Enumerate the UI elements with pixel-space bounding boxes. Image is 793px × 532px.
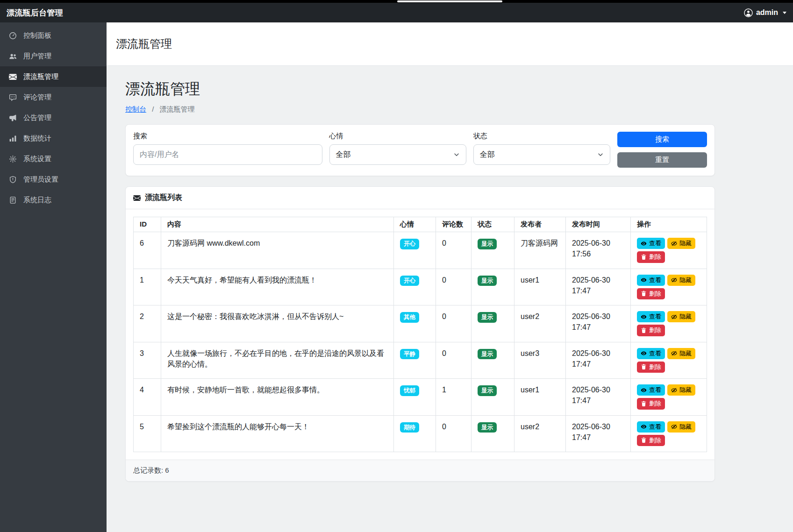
column-header: 内容 xyxy=(161,217,394,232)
delete-button[interactable]: 删除 xyxy=(637,325,665,336)
cell-id: 2 xyxy=(134,305,161,342)
view-button[interactable]: 查看 xyxy=(637,348,665,359)
user-menu[interactable]: admin xyxy=(744,8,786,17)
hide-button[interactable]: 隐藏 xyxy=(667,384,695,396)
action-label: 删除 xyxy=(649,400,661,407)
search-label: 搜索 xyxy=(133,132,322,141)
cell-id: 3 xyxy=(134,342,161,379)
sidebar-item-label: 管理员设置 xyxy=(23,175,58,184)
column-header: 评论数 xyxy=(436,217,472,232)
breadcrumb-link-console[interactable]: 控制台 xyxy=(125,105,146,113)
chevron-down-icon xyxy=(453,151,460,158)
action-label: 查看 xyxy=(649,240,661,247)
row-actions: 查看隐藏删除 xyxy=(637,348,700,373)
row-actions: 查看隐藏删除 xyxy=(637,275,700,300)
bottle-table: ID内容心情评论数状态发布者发布时间操作 6刀客源码网 www.dkewl.co… xyxy=(133,217,707,452)
hide-button[interactable]: 隐藏 xyxy=(667,275,695,286)
mood-select-value: 全部 xyxy=(336,150,351,160)
cell-comments: 0 xyxy=(436,232,472,269)
column-header: 心情 xyxy=(394,217,436,232)
hide-button[interactable]: 隐藏 xyxy=(667,421,695,433)
cell-mood: 平静 xyxy=(394,342,436,379)
status-badge: 显示 xyxy=(478,276,497,286)
cell-actions: 查看隐藏删除 xyxy=(631,305,707,342)
sidebar-item-users[interactable]: 用户管理 xyxy=(0,46,107,66)
hide-button[interactable]: 隐藏 xyxy=(667,348,695,359)
search-button[interactable]: 搜索 xyxy=(617,132,707,147)
sidebar-item-envelope[interactable]: 漂流瓶管理 xyxy=(0,66,107,87)
sidebar-item-chart[interactable]: 数据统计 xyxy=(0,128,107,149)
delete-button[interactable]: 删除 xyxy=(637,435,665,446)
status-select-value: 全部 xyxy=(480,150,495,160)
delete-button[interactable]: 删除 xyxy=(637,288,665,299)
sidebar-item-label: 控制面板 xyxy=(23,31,51,40)
mood-select[interactable]: 全部 xyxy=(329,144,466,165)
search-input[interactable] xyxy=(133,144,322,165)
mood-field: 心情 全部 xyxy=(329,132,466,165)
caret-down-icon xyxy=(783,12,786,14)
status-badge: 显示 xyxy=(478,312,497,323)
eye-slash-icon xyxy=(671,424,677,430)
view-button[interactable]: 查看 xyxy=(637,384,665,396)
mood-badge: 忧郁 xyxy=(400,385,419,396)
hide-button[interactable]: 隐藏 xyxy=(667,238,695,249)
sidebar-item-gear[interactable]: 系统设置 xyxy=(0,149,107,169)
status-select[interactable]: 全部 xyxy=(473,144,610,165)
cell-actions: 查看隐藏删除 xyxy=(631,269,707,305)
top-navbar: 漂流瓶后台管理 admin xyxy=(0,3,793,22)
eye-icon xyxy=(641,350,647,356)
sidebar-item-shield[interactable]: 管理员设置 xyxy=(0,169,107,190)
column-header: 发布者 xyxy=(514,217,566,232)
column-header: 状态 xyxy=(472,217,514,232)
sidebar-item-journal[interactable]: 系统日志 xyxy=(0,190,107,210)
list-card-body: ID内容心情评论数状态发布者发布时间操作 6刀客源码网 www.dkewl.co… xyxy=(126,209,714,460)
cell-publisher: user2 xyxy=(514,305,566,342)
status-badge: 显示 xyxy=(478,422,497,433)
hide-button[interactable]: 隐藏 xyxy=(667,311,695,322)
delete-button[interactable]: 删除 xyxy=(637,362,665,373)
person-circle-icon xyxy=(744,8,753,17)
cell-time: 2025-06-30 17:47 xyxy=(566,269,631,305)
sidebar-item-label: 公告管理 xyxy=(23,113,51,122)
view-button[interactable]: 查看 xyxy=(637,238,665,249)
table-header-row: ID内容心情评论数状态发布者发布时间操作 xyxy=(134,217,707,232)
gear-icon xyxy=(9,155,17,163)
view-button[interactable]: 查看 xyxy=(637,275,665,286)
cell-time: 2025-06-30 17:56 xyxy=(566,232,631,269)
list-card-title: 漂流瓶列表 xyxy=(145,193,182,203)
column-header: ID xyxy=(134,217,161,232)
reset-button[interactable]: 重置 xyxy=(617,152,707,168)
delete-button[interactable]: 删除 xyxy=(637,251,665,262)
view-button[interactable]: 查看 xyxy=(637,311,665,322)
cell-actions: 查看隐藏删除 xyxy=(631,379,707,416)
sidebar-item-megaphone[interactable]: 公告管理 xyxy=(0,107,107,128)
mood-badge: 其他 xyxy=(400,312,419,323)
trash-icon xyxy=(641,291,647,297)
view-button[interactable]: 查看 xyxy=(637,421,665,433)
user-name: admin xyxy=(756,8,778,17)
sidebar-item-comment[interactable]: 评论管理 xyxy=(0,87,107,107)
total-records: 总记录数: 6 xyxy=(133,466,169,474)
list-card: 漂流瓶列表 ID内容心情评论数状态发布者发布时间操作 6刀客源码网 www.dk… xyxy=(125,186,715,482)
sidebar-item-label: 评论管理 xyxy=(23,93,51,102)
eye-slash-icon xyxy=(671,277,677,283)
main-content: 漂流瓶管理 漂流瓶管理 控制台 / 漂流瓶管理 搜索 心情 xyxy=(107,22,793,532)
action-label: 隐藏 xyxy=(679,350,692,357)
status-field: 状态 全部 xyxy=(473,132,610,165)
cell-time: 2025-06-30 17:47 xyxy=(566,342,631,379)
list-card-header: 漂流瓶列表 xyxy=(126,187,714,209)
cell-content: 刀客源码网 www.dkewl.com xyxy=(161,232,394,269)
cell-mood: 开心 xyxy=(394,269,436,305)
cell-content: 今天天气真好，希望能有人看到我的漂流瓶！ xyxy=(161,269,394,305)
cell-content: 这是一个秘密：我很喜欢吃冰淇淋，但从不告诉别人~ xyxy=(161,305,394,342)
cell-mood: 开心 xyxy=(394,232,436,269)
cell-content: 人生就像一场旅行，不必在乎目的地，在乎的是沿途的风景以及看风景的心情。 xyxy=(161,342,394,379)
sidebar-item-dashboard[interactable]: 控制面板 xyxy=(0,25,107,46)
row-actions: 查看隐藏删除 xyxy=(637,311,700,336)
trash-icon xyxy=(641,254,647,260)
cell-mood: 期待 xyxy=(394,415,436,452)
mood-label: 心情 xyxy=(329,132,466,141)
cell-publisher: user3 xyxy=(514,342,566,379)
action-label: 删除 xyxy=(649,437,661,444)
delete-button[interactable]: 删除 xyxy=(637,398,665,409)
